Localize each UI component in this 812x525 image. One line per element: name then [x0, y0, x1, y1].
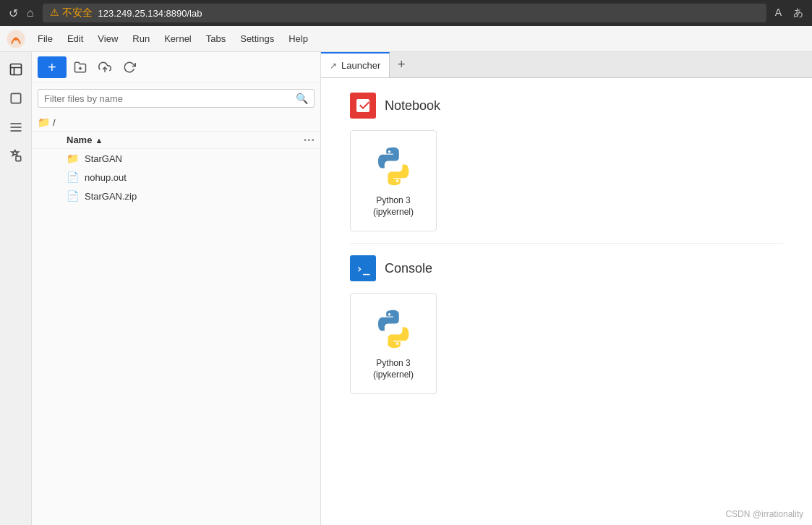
notebook-title-text: Notebook	[385, 98, 440, 114]
file-list-header: Name ▲ ⋯	[32, 131, 320, 149]
content-area: ↗ Launcher + Notebook	[321, 52, 812, 525]
file-icon: 📄	[67, 190, 79, 202]
menu-help[interactable]: Help	[283, 30, 314, 47]
svg-rect-3	[11, 93, 20, 103]
url-text: 123.249.25.134:8890/lab	[98, 8, 202, 19]
menu-settings[interactable]: Settings	[234, 30, 280, 47]
new-folder-button[interactable]	[69, 56, 91, 78]
console-title-text: Console	[385, 261, 432, 276]
file-icon: 📄	[67, 171, 79, 183]
svg-rect-2	[10, 64, 21, 75]
section-divider	[350, 243, 783, 244]
console-icon-text: ›_	[356, 262, 369, 276]
new-button[interactable]: +	[38, 56, 67, 78]
more-options-icon[interactable]: ⋯	[303, 133, 315, 147]
read-mode-icon[interactable]: A	[775, 7, 782, 20]
name-column-label[interactable]: Name	[67, 135, 92, 145]
tab-bar: ↗ Launcher +	[321, 52, 812, 78]
kernel-card-python3-label: Python 3(ipykernel)	[373, 195, 414, 218]
launcher-content: Notebook Python 3(ipykernel)	[321, 78, 812, 525]
svg-point-14	[396, 343, 398, 345]
menu-run[interactable]: Run	[127, 30, 155, 47]
jupyterlab-logo	[6, 29, 26, 49]
search-icon: 🔍	[296, 93, 308, 104]
svg-point-11	[388, 151, 390, 153]
sidebar: +	[32, 52, 321, 525]
file-list: 📁 StarGAN 📄 nohup.out 📄 StarGAN.zip	[32, 149, 320, 525]
svg-point-13	[388, 314, 390, 316]
search-bar[interactable]: 🔍	[38, 89, 315, 108]
menubar: File Edit View Run Kernel Tabs Settings …	[0, 26, 812, 52]
file-name: StarGAN	[85, 153, 122, 164]
list-item[interactable]: 📄 StarGAN.zip	[32, 187, 320, 205]
font-icon[interactable]: あ	[793, 7, 803, 20]
svg-point-12	[396, 180, 398, 182]
breadcrumb: 📁 /	[32, 114, 320, 131]
activity-stop-icon[interactable]	[4, 87, 27, 110]
browser-right-icons: A あ	[775, 7, 803, 20]
activity-extensions-icon[interactable]	[4, 145, 27, 168]
folder-icon: 📁	[38, 116, 50, 128]
folder-icon: 📁	[67, 153, 79, 164]
tab-launcher[interactable]: ↗ Launcher	[321, 52, 390, 77]
svg-rect-7	[16, 156, 21, 161]
console-section-title: ›_ Console	[350, 255, 783, 281]
main-layout: +	[0, 52, 812, 525]
menu-edit[interactable]: Edit	[61, 30, 89, 47]
file-name: nohup.out	[85, 172, 127, 183]
breadcrumb-text: /	[53, 117, 56, 128]
watermark: CSDN @irrationality	[725, 509, 803, 519]
notebook-section-icon	[350, 93, 376, 119]
sort-arrow-icon: ▲	[95, 136, 103, 145]
kernel-card-console-python3-label: Python 3(ipykernel)	[373, 358, 414, 380]
browser-chrome: ↺ ⌂ ⚠ 不安全 123.249.25.134:8890/lab A あ	[0, 0, 812, 26]
activity-files-icon[interactable]	[4, 58, 27, 81]
menu-tabs[interactable]: Tabs	[200, 30, 231, 47]
notebook-cards: Python 3(ipykernel)	[350, 130, 783, 231]
refresh-button[interactable]	[119, 56, 140, 78]
warning-icon: ⚠ 不安全	[50, 7, 93, 20]
svg-point-1	[14, 37, 17, 40]
tab-launcher-icon: ↗	[330, 61, 337, 71]
menu-file[interactable]: File	[32, 30, 59, 47]
new-tab-button[interactable]: +	[390, 54, 413, 77]
list-item[interactable]: 📄 nohup.out	[32, 168, 320, 187]
activity-bar	[0, 52, 32, 525]
kernel-card-python3[interactable]: Python 3(ipykernel)	[350, 130, 437, 231]
upload-button[interactable]	[94, 56, 116, 78]
address-bar[interactable]: ⚠ 不安全 123.249.25.134:8890/lab	[43, 4, 766, 22]
reload-icon[interactable]: ↺	[9, 7, 18, 20]
search-input[interactable]	[44, 93, 296, 104]
file-name: StarGAN.zip	[85, 191, 137, 202]
notebook-section-title: Notebook	[350, 93, 783, 119]
app-container: File Edit View Run Kernel Tabs Settings …	[0, 26, 812, 525]
menu-view[interactable]: View	[92, 30, 124, 47]
console-section-icon: ›_	[350, 255, 376, 281]
menu-kernel[interactable]: Kernel	[158, 30, 197, 47]
tab-launcher-label: Launcher	[341, 60, 380, 71]
sidebar-toolbar: +	[32, 52, 320, 83]
list-item[interactable]: 📁 StarGAN	[32, 149, 320, 168]
home-icon[interactable]: ⌂	[27, 7, 34, 20]
kernel-card-console-python3[interactable]: Python 3(ipykernel)	[350, 293, 437, 394]
activity-list-icon[interactable]	[4, 116, 27, 139]
console-cards: Python 3(ipykernel)	[350, 293, 783, 394]
